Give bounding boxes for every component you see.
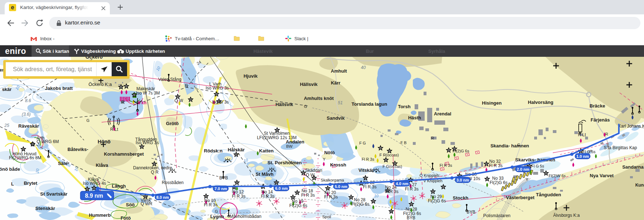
svg-text:Sandarna: Sandarna — [622, 164, 644, 170]
svg-text:Färjenäs: Färjenäs — [591, 117, 610, 123]
svg-text:Fotö: Fotö — [121, 215, 131, 220]
svg-text:Fl G 5s: Fl G 5s — [531, 164, 544, 168]
svg-text:G: G — [215, 209, 218, 214]
svg-text:Sandvik: Sandvik — [327, 115, 345, 121]
svg-text:F G: F G — [359, 141, 366, 145]
svg-text:Brytet: Brytet — [24, 180, 37, 186]
svg-text:Fl(2)G 6s: Fl(2)G 6s — [453, 149, 469, 153]
svg-text:Q W: Q W — [174, 98, 183, 103]
svg-text:Polismästaren: Polismästaren — [483, 213, 510, 218]
svg-text:4.0 nm: 4.0 nm — [396, 182, 409, 186]
svg-text:Hästh: Hästh — [408, 115, 421, 120]
svg-text:Amhult: Amhult — [331, 68, 347, 74]
svg-text:2.0 nm: 2.0 nm — [517, 167, 529, 171]
svg-text:BYB: BYB — [467, 210, 475, 215]
svg-text:Söö: Söö — [126, 202, 135, 207]
svg-text:Iso WRG 3s: Iso WRG 3s — [206, 86, 229, 91]
svg-text:Spoil: Spoil — [322, 215, 331, 219]
svg-text:skär: skär — [2, 87, 12, 92]
svg-text:R Lt: R Lt — [110, 127, 118, 132]
svg-text:önö både: önö både — [0, 166, 20, 172]
svg-text:Fl R 3s: Fl R 3s — [232, 194, 246, 199]
svg-text:Kung: Kung — [635, 183, 644, 188]
svg-text:8.0 nm: 8.0 nm — [157, 195, 169, 200]
svg-text:7.0 nm: 7.0 nm — [215, 187, 227, 191]
svg-text:Amhults knöt: Amhults knöt — [304, 96, 334, 101]
svg-text:40: 40 — [361, 65, 366, 70]
svg-text:R: R — [185, 83, 188, 88]
svg-text:BYB: BYB — [219, 175, 228, 180]
svg-text:Fl(2)W 6s: Fl(2)W 6s — [549, 174, 566, 178]
svg-text:Fl R 3s: Fl R 3s — [204, 202, 218, 207]
svg-text:Fl R 3s: Fl R 3s — [362, 157, 374, 161]
svg-text:Nötö: Nötö — [324, 150, 335, 155]
svg-text:51: 51 — [338, 100, 342, 105]
svg-text:St Svartskär: St Svartskär — [40, 191, 67, 197]
svg-text:Klåva: Klåva — [96, 162, 108, 168]
svg-text:Jakobs bratt: Jakobs bratt — [45, 86, 73, 91]
svg-text:Fl R 3s: Fl R 3s — [363, 184, 377, 189]
svg-text:Rödsk:n: Rödsk:n — [204, 148, 223, 153]
svg-text:Ö Knippleh: Ö Knippleh — [420, 173, 439, 178]
svg-text:Grötö: Grötö — [166, 121, 178, 126]
svg-text:Vitskär: Vitskär — [358, 168, 374, 173]
svg-text:Långh: Långh — [112, 183, 126, 189]
svg-text:Stenskär: Stenskär — [36, 206, 55, 211]
svg-text:3.0 nm: 3.0 nm — [457, 178, 469, 182]
svg-text:G: G — [517, 143, 521, 147]
svg-text:5 kn: 5 kn — [138, 100, 146, 105]
svg-text:F R(occas): F R(occas) — [379, 153, 399, 157]
svg-text:R: R — [605, 132, 608, 136]
svg-text:St Måvh: St Måvh — [256, 171, 274, 177]
svg-text:Stockh: Stockh — [453, 195, 468, 201]
svg-text:Båteviks-: Båteviks- — [67, 147, 88, 152]
svg-text:R: R — [121, 100, 124, 104]
svg-text:Fl R 3s: Fl R 3s — [489, 163, 503, 168]
svg-text:F B: F B — [400, 141, 406, 145]
svg-text:Hjuvik: Hjuvik — [243, 73, 258, 79]
svg-text:Valen Stång: Valen Stång — [158, 77, 182, 82]
svg-text:Skandia- hamnen: Skandia- hamnen — [490, 143, 529, 148]
svg-text:Iso W 3s: Iso W 3s — [212, 100, 229, 105]
svg-text:Tångudden: Tångudden — [536, 192, 561, 197]
svg-text:Måvholmsbådan: Måvholmsbådan — [230, 214, 261, 219]
svg-text:Q W: Q W — [306, 173, 315, 178]
svg-text:5.0 nm: 5.0 nm — [335, 184, 347, 189]
svg-text:Y: Y — [323, 157, 326, 161]
svg-text:1.0 nm: 1.0 nm — [577, 154, 589, 159]
svg-text:Nya Varvet: Nya Varvet — [590, 173, 614, 178]
svg-text:Öckerö K:a: Öckerö K:a — [88, 82, 112, 87]
svg-text:Fl(2)G 6s: Fl(2)G 6s — [351, 202, 369, 207]
svg-text:BYB: BYB — [407, 215, 415, 220]
svg-text:Fl R 3s: Fl R 3s — [301, 193, 315, 198]
svg-text:Skalkorgarna: Skalkorgarna — [321, 178, 345, 182]
svg-text:Iso W 7s 3M: Iso W 7s 3M — [136, 91, 160, 96]
svg-text:Torslanda lagun: Torslanda lagun — [351, 101, 387, 107]
svg-text:Q WR: Q WR — [141, 201, 153, 206]
svg-text:Fl(2)G 6s: Fl(2)G 6s — [490, 180, 508, 185]
svg-text:G: G — [304, 104, 307, 109]
svg-text:Iso WRG 4s: Iso WRG 4s — [83, 181, 106, 186]
svg-text:Krossh: Krossh — [330, 162, 346, 168]
svg-text:Andalen: Andalen — [286, 139, 304, 145]
svg-text:Q WRG 6M: Q WRG 6M — [37, 139, 59, 144]
svg-text:Säle-: Säle- — [58, 161, 69, 166]
svg-text:Hönö: Hönö — [98, 139, 111, 145]
svg-text:Arendal: Arendal — [434, 111, 451, 116]
svg-text:Fl(2)WRG 6s 8M: Fl(2)WRG 6s 8M — [9, 155, 41, 160]
svg-text:Rossbåden: Rossbåden — [162, 180, 184, 185]
svg-text:F G(occas): F G(occas) — [383, 164, 402, 169]
svg-text:Västerberget: Västerberget — [506, 195, 535, 200]
svg-text:25: 25 — [4, 123, 9, 128]
svg-text:Bräcke: Bräcke — [589, 103, 605, 109]
svg-text:Halvorsäng: Halvorsäng — [528, 100, 554, 105]
svg-text:Fl R 3s: Fl R 3s — [261, 194, 275, 199]
svg-text:Hummerb: Hummerb — [89, 212, 111, 218]
svg-text:Hällsvik: Hällsvik — [300, 82, 318, 87]
svg-text:Räveskär: Räveskär — [18, 123, 39, 129]
svg-text:Lygnh: Lygnh — [210, 214, 224, 219]
svg-text:S:ta Birgittas Kap: S:ta Birgittas Kap — [604, 145, 637, 150]
svg-text:Korshamnsberget: Korshamnsberget — [104, 151, 144, 157]
svg-text:Hisingen: Hisingen — [482, 100, 502, 106]
svg-text:Fl R 3s: Fl R 3s — [440, 163, 452, 168]
